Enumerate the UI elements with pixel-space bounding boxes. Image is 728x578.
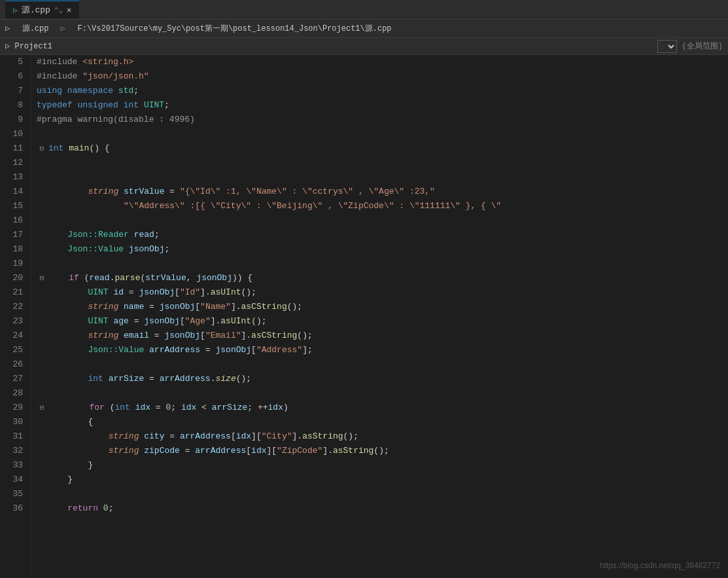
collapse-20[interactable]: ⊟ [37, 273, 47, 283]
code-line-25: Json::Value arrAddress = jsonObj["Addres… [37, 343, 728, 357]
line-num-11: 11 [5, 141, 23, 156]
line-num-13: 13 [5, 170, 23, 185]
code-line-21: UINT id = jsonObj["Id"].asUInt(); [37, 285, 728, 300]
code-line-8: typedef unsigned int UINT; [37, 98, 728, 113]
code-line-22: string name = jsonObj["Name"].asCString(… [37, 300, 728, 314]
line-num-27: 27 [5, 372, 23, 386]
code-line-17: Json::Reader read; [37, 228, 728, 242]
code-line-14: string strValue = "{\"Id\" :1, \"Name\" … [37, 185, 728, 199]
line-num-23: 23 [5, 314, 23, 329]
code-line-33: } [37, 458, 728, 473]
line-num-22: 22 [5, 300, 23, 314]
line-num-10: 10 [5, 127, 23, 141]
code-line-34: } [37, 473, 728, 487]
code-line-23: UINT age = jsonObj["Age"].asUInt(); [37, 314, 728, 329]
breadcrumb-nav: ▷ [5, 24, 20, 33]
code-line-7: using namespace std; [37, 84, 728, 98]
code-line-26 [37, 357, 728, 372]
line-num-30: 30 [5, 415, 23, 429]
line-numbers: 5 6 7 8 9 10 11 12 13 14 15 16 17 18 19 … [0, 55, 31, 578]
code-line-29: ⊟ for (int idx = 0; idx < arrSize; ++idx… [37, 401, 728, 415]
line-num-14: 14 [5, 185, 23, 199]
line-num-17: 17 [5, 228, 23, 242]
line-num-21: 21 [5, 285, 23, 300]
scope-selector[interactable] [657, 40, 677, 53]
code-content[interactable]: #include <string.h> #include "json/json.… [31, 55, 728, 578]
line-num-6: 6 [5, 69, 23, 84]
code-line-10 [37, 127, 728, 141]
line-num-26: 26 [5, 357, 23, 372]
code-line-36: return 0; [37, 501, 728, 516]
line-num-16: 16 [5, 213, 23, 228]
line-num-20: 20 [5, 271, 23, 285]
code-line-35 [37, 487, 728, 501]
line-num-34: 34 [5, 473, 23, 487]
line-num-31: 31 [5, 429, 23, 444]
line-num-7: 7 [5, 84, 23, 98]
line-num-35: 35 [5, 487, 23, 501]
code-line-30: { [37, 415, 728, 429]
line-num-19: 19 [5, 257, 23, 271]
code-line-24: string email = jsonObj["Email"].asCStrin… [37, 329, 728, 343]
code-line-11: ⊟int main() { [37, 141, 728, 156]
title-bar: ▷ 源.cpp ⌃⌄ ✕ [0, 0, 728, 20]
code-line-32: string zipCode = arrAddress[idx]["ZipCod… [37, 444, 728, 458]
code-line-13 [37, 170, 728, 185]
code-line-31: string city = arrAddress[idx]["City"].as… [37, 429, 728, 444]
file-tab[interactable]: ▷ 源.cpp ⌃⌄ ✕ [5, 1, 79, 18]
line-num-15: 15 [5, 199, 23, 213]
project-bar: ▷ Project1 (全局范围) [0, 38, 728, 55]
breadcrumb-bar: ▷ 源.cpp ▷ F:\Vs2017Source\my_Syc\post第一期… [0, 20, 728, 38]
code-line-9: #pragma warning(disable : 4996) [37, 113, 728, 127]
line-num-12: 12 [5, 156, 23, 170]
close-tab-button[interactable]: ✕ [67, 5, 71, 15]
code-line-19 [37, 257, 728, 271]
code-line-20: ⊟ if (read.parse(strValue, jsonObj)) { [37, 271, 728, 285]
project-label: ▷ Project1 [5, 41, 52, 51]
line-num-18: 18 [5, 242, 23, 257]
line-num-33: 33 [5, 458, 23, 473]
collapse-11[interactable]: ⊟ [37, 143, 47, 154]
tab-label: 源.cpp [22, 4, 50, 16]
code-line-12 [37, 156, 728, 170]
code-line-15: "\"Address\" :[{ \"City\" : \"Beijing\" … [37, 199, 728, 213]
line-num-8: 8 [5, 98, 23, 113]
breadcrumb-path: F:\Vs2017Source\my_Syc\post第一期\post_less… [77, 23, 391, 34]
code-line-18: Json::Value jsonObj; [37, 242, 728, 257]
line-num-36: 36 [5, 501, 23, 516]
line-num-32: 32 [5, 444, 23, 458]
line-num-9: 9 [5, 113, 23, 127]
breadcrumb-file: 源.cpp [22, 23, 49, 34]
url-watermark: https://blog.csdn.net/qq_36482772 [600, 561, 720, 570]
code-line-6: #include "json/json.h" [37, 69, 728, 84]
code-line-16 [37, 213, 728, 228]
code-editor: 5 6 7 8 9 10 11 12 13 14 15 16 17 18 19 … [0, 55, 728, 578]
code-line-28 [37, 386, 728, 401]
breadcrumb-arrow: ▷ [51, 24, 75, 33]
line-num-29: 29 [5, 401, 23, 415]
line-num-24: 24 [5, 329, 23, 343]
line-num-5: 5 [5, 55, 23, 69]
code-line-5: #include <string.h> [37, 55, 728, 69]
collapse-29[interactable]: ⊟ [37, 403, 47, 413]
file-icon: ▷ [13, 6, 18, 14]
line-num-28: 28 [5, 386, 23, 401]
scope-label: (全局范围) [682, 41, 723, 52]
nav-arrows[interactable]: ⌃⌄ [54, 6, 63, 14]
code-line-27: int arrSize = arrAddress.size(); [37, 372, 728, 386]
line-num-25: 25 [5, 343, 23, 357]
